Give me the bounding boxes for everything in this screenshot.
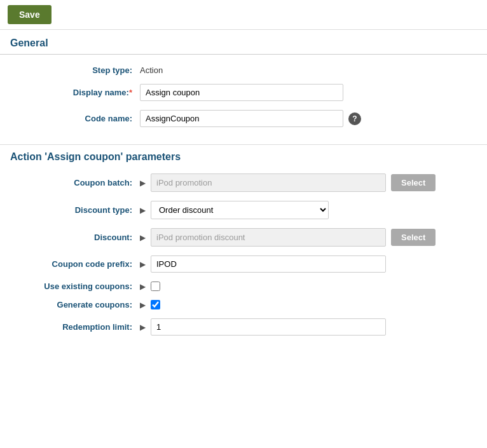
step-type-label: Step type: xyxy=(13,65,140,75)
generate-coupons-row: Generate coupons: ▶ xyxy=(0,295,487,314)
discount-label: Discount: xyxy=(13,233,140,242)
save-button[interactable]: Save xyxy=(8,5,51,24)
coupon-batch-row: Coupon batch: ▶ Select xyxy=(0,169,487,196)
discount-input xyxy=(151,228,386,247)
coupon-prefix-input[interactable] xyxy=(151,255,386,273)
redemption-limit-input[interactable] xyxy=(151,318,386,336)
code-name-row: Code name: ? xyxy=(0,105,487,132)
generate-coupons-arrow-icon: ▶ xyxy=(140,301,146,309)
code-name-input[interactable] xyxy=(140,110,343,127)
redemption-limit-label: Redemption limit: xyxy=(13,322,140,332)
generate-coupons-checkbox[interactable] xyxy=(151,300,160,309)
discount-type-arrow-icon: ▶ xyxy=(140,206,146,215)
display-name-row: Display name:* xyxy=(0,79,487,105)
use-existing-label: Use existing coupons: xyxy=(13,282,140,291)
toolbar: Save xyxy=(0,0,487,30)
coupon-batch-arrow-icon: ▶ xyxy=(140,179,146,187)
required-marker: * xyxy=(129,88,132,97)
action-params-title: Action 'Assign coupon' parameters xyxy=(0,145,487,169)
generate-coupons-label: Generate coupons: xyxy=(13,300,140,309)
coupon-batch-label: Coupon batch: xyxy=(13,178,140,187)
coupon-prefix-arrow-icon: ▶ xyxy=(140,260,146,269)
coupon-prefix-label: Coupon code prefix: xyxy=(13,259,140,269)
discount-type-row: Discount type: ▶ Order discount Product … xyxy=(0,196,487,224)
use-existing-row: Use existing coupons: ▶ xyxy=(0,277,487,295)
coupon-batch-select-button[interactable]: Select xyxy=(391,174,436,191)
use-existing-arrow-icon: ▶ xyxy=(140,282,146,291)
general-title: General xyxy=(0,30,487,55)
action-params-section: Action 'Assign coupon' parameters Coupon… xyxy=(0,145,487,340)
display-name-label: Display name:* xyxy=(13,88,140,97)
help-icon[interactable]: ? xyxy=(348,112,361,125)
discount-type-select[interactable]: Order discount Product discount Shipping… xyxy=(151,201,329,219)
code-name-label: Code name: xyxy=(13,114,140,123)
general-section: General Step type: Action Display name:*… xyxy=(0,30,487,144)
coupon-prefix-row: Coupon code prefix: ▶ xyxy=(0,251,487,277)
use-existing-checkbox[interactable] xyxy=(151,282,160,291)
discount-select-button[interactable]: Select xyxy=(391,229,436,246)
discount-arrow-icon: ▶ xyxy=(140,233,146,242)
discount-type-label: Discount type: xyxy=(13,205,140,215)
display-name-input[interactable] xyxy=(140,84,343,101)
step-type-row: Step type: Action xyxy=(0,61,487,79)
step-type-value: Action xyxy=(140,65,163,75)
discount-row: Discount: ▶ Select xyxy=(0,224,487,251)
coupon-batch-input xyxy=(151,173,386,192)
redemption-limit-arrow-icon: ▶ xyxy=(140,323,146,332)
redemption-limit-row: Redemption limit: ▶ xyxy=(0,314,487,340)
